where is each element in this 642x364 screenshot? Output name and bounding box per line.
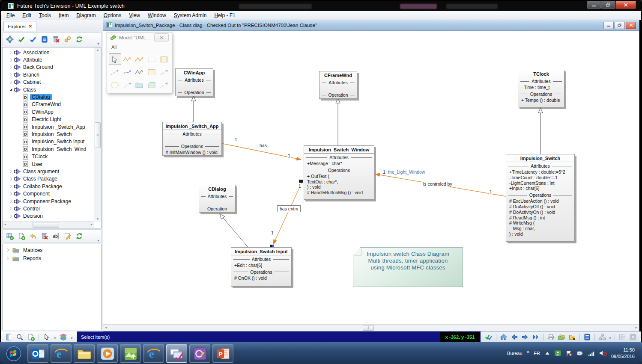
explorer-tab[interactable]: Explorer ✕ — [3, 21, 36, 31]
menu-file[interactable]: File — [3, 12, 18, 19]
class-impulsion-switch-window[interactable]: Impulsion_Switch_WindowAttributes+Messag… — [304, 145, 374, 200]
class-impulsion-switch-app[interactable]: Impulsion _Switch_AppAttributesOperation… — [162, 122, 222, 156]
dotted-arrow-tool[interactable] — [121, 79, 134, 91]
menu-tools[interactable]: Tools — [35, 12, 55, 19]
taskbar-media-player[interactable] — [97, 344, 118, 363]
tree-item-attribute[interactable]: CAttribute — [3, 56, 94, 63]
expand-collapsed-icon[interactable] — [8, 207, 14, 210]
close-button[interactable] — [615, 1, 636, 9]
diagram-close-button[interactable] — [626, 22, 636, 29]
menu-options[interactable]: Options — [100, 12, 125, 19]
dotted-arrow-tool[interactable] — [158, 79, 170, 91]
canvas-horizontal-scrollbar[interactable]: ◄ ⦀ ► — [103, 324, 639, 331]
cursor-tool[interactable] — [109, 53, 121, 65]
network-signal-icon[interactable] — [588, 350, 595, 356]
tree-item-impulsion-switch-app[interactable]: DImpulsion _Switch_App — [3, 123, 94, 130]
link-icon[interactable] — [63, 35, 72, 44]
palette-close-button[interactable] — [154, 33, 169, 41]
scroll-down-icon[interactable]: ▼ — [94, 216, 101, 222]
class-cwinapp[interactable]: CWinAppAttributesOperation — [175, 68, 213, 96]
clipboard-icon[interactable] — [583, 333, 591, 341]
panel-box-tool[interactable] — [146, 66, 158, 78]
check-green-icon[interactable] — [17, 35, 26, 44]
table-add-icon[interactable] — [6, 232, 14, 240]
tree-item-branch[interactable]: CBranch — [3, 71, 94, 78]
expand-collapsed-icon[interactable] — [8, 169, 14, 173]
menu-view[interactable]: View — [125, 12, 144, 19]
home-icon[interactable] — [499, 333, 508, 341]
class-tclock[interactable]: TClockAttributes- Time : time_tOperation… — [518, 70, 564, 107]
caret-down-icon[interactable]: ▼ — [54, 333, 57, 341]
delete-icon[interactable] — [40, 232, 49, 240]
arrow-double-right-icon[interactable] — [532, 333, 540, 341]
tree-horizontal-scrollbar[interactable]: ◄ ► — [3, 221, 94, 228]
desktop-label[interactable]: Bureau — [507, 351, 522, 356]
grid-multi-icon[interactable] — [629, 333, 637, 341]
caret-down-icon[interactable]: ▼ — [609, 333, 612, 341]
tree-item-impulsion-switch-input[interactable]: DImpulsion_Switch Input — [3, 138, 94, 145]
expand-collapsed-icon[interactable] — [8, 214, 14, 218]
note-tool[interactable] — [146, 79, 158, 91]
volume-muted-icon[interactable] — [599, 350, 607, 356]
tree-item-component-package[interactable]: CComponent Package — [3, 198, 94, 205]
refresh-icon[interactable] — [75, 232, 84, 240]
taskbar-start-orb[interactable] — [2, 345, 25, 362]
hidden-icons-icon[interactable] — [544, 351, 550, 356]
zigzag-orange-tool[interactable] — [121, 53, 134, 65]
tree-item-class-argument[interactable]: CClass argument — [3, 168, 94, 175]
tree-item-back-ground[interactable]: CBack Ground — [3, 64, 94, 71]
minimize-button[interactable] — [587, 1, 601, 9]
expand-collapsed-icon[interactable] — [5, 248, 11, 252]
palette-titlebar[interactable]: Model "UML... — [107, 33, 172, 42]
restore-button[interactable] — [601, 1, 615, 9]
tree-item-tclock[interactable]: DTClock — [3, 153, 94, 160]
tree-vertical-scrollbar[interactable]: ▲ ≡ ▼ — [94, 47, 101, 222]
tree-item-impulsion-switch-wind[interactable]: DImpulsion_Switch_Wind — [3, 145, 94, 153]
green-tray-icon[interactable] — [554, 350, 561, 356]
taskbar-internet-explorer[interactable]: e — [51, 344, 72, 363]
taskbar-file-explorer[interactable] — [74, 344, 95, 363]
tree-item-component[interactable]: CComponent — [3, 190, 94, 197]
association-has-entry[interactable] — [273, 181, 302, 244]
menu-system-admin[interactable]: System Admin — [170, 12, 211, 19]
expand-collapsed-icon[interactable] — [8, 177, 14, 181]
overflow-chevron[interactable]: » — [527, 349, 530, 355]
printer-icon[interactable] — [546, 333, 555, 341]
diagram-canvas[interactable]: CWinAppAttributesOperationCFrameWndAttri… — [103, 31, 639, 324]
edit-icon[interactable] — [63, 232, 72, 240]
folder-link-icon[interactable] — [568, 333, 576, 341]
tree-item-association[interactable]: CAssociation — [3, 49, 94, 56]
palette-tab-all[interactable]: All — [107, 44, 121, 51]
class-impulsion-switch-input[interactable]: Impulsion_Switch InputAttributes+Edit : … — [231, 247, 292, 287]
menu-edit[interactable]: Edit — [18, 12, 35, 19]
clock[interactable]: 11:50 09/05/2016 — [611, 347, 635, 359]
menu-help-f1[interactable]: Help - F1 — [210, 12, 239, 19]
expand-collapsed-icon[interactable] — [8, 50, 14, 54]
caret-down-icon[interactable]: ▼ — [70, 333, 73, 341]
magnifier-icon[interactable] — [15, 333, 24, 341]
cursor-icon[interactable] — [42, 333, 51, 341]
dotted-arrow-tool[interactable] — [158, 66, 170, 78]
scroll-left-icon[interactable]: ◄ — [3, 222, 8, 228]
notebook-icon[interactable] — [40, 35, 49, 44]
menu-window[interactable]: Window — [144, 12, 170, 19]
tree-item-decision[interactable]: CDecision — [3, 213, 94, 220]
folder-tool[interactable] — [133, 79, 146, 91]
expand-collapsed-icon[interactable] — [8, 192, 14, 196]
expand-expanded-icon[interactable] — [8, 88, 14, 92]
class-impulsion-switch[interactable]: Impulsion_SwitchAttributes+TimeLatency :… — [506, 154, 575, 242]
scrollbar-thumb[interactable]: ≡ — [95, 122, 101, 148]
taskbar-envision-app[interactable] — [166, 344, 187, 363]
arrow-right-icon[interactable] — [521, 333, 529, 341]
language-indicator[interactable]: FR — [534, 351, 540, 356]
tree-item-cframewnd[interactable]: DCFrameWnd — [3, 101, 94, 108]
hierarchy-icon[interactable] — [598, 333, 606, 341]
expand-collapsed-icon[interactable] — [8, 65, 14, 69]
rename-icon[interactable]: ab — [52, 232, 60, 240]
diagram-note[interactable]: Impulsion switch Class Diagram Multi thr… — [353, 247, 463, 287]
tree-item-reports[interactable]: Reports — [3, 255, 101, 262]
tree-item-class-package[interactable]: CClass Package — [3, 175, 94, 183]
taskbar-green-app-4[interactable]: 4 — [120, 344, 141, 363]
tree-item-class[interactable]: CClass — [3, 86, 94, 93]
tree-item-matrices[interactable]: Matrices — [3, 246, 101, 254]
